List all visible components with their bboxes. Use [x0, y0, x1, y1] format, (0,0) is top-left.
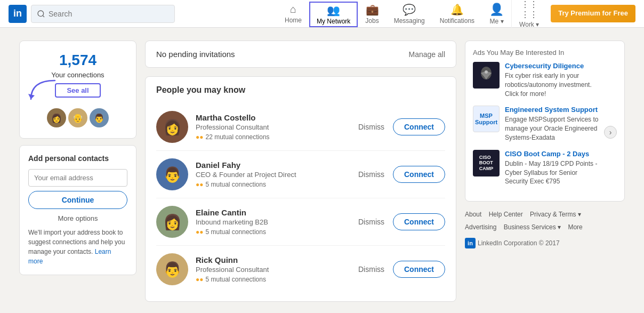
avatar-rick: 👨	[156, 253, 188, 285]
person-name: Elaine Cantin	[196, 208, 358, 217]
premium-button[interactable]: Try Premium for Free	[551, 5, 635, 22]
contacts-card: Add personal contacts Continue More opti…	[19, 145, 136, 275]
ads-card: Ads You May Be Interested In Cybersecu	[465, 41, 625, 202]
avatar-1: 👩	[47, 108, 66, 127]
svg-point-0	[38, 11, 44, 17]
mutual-icon: ●●	[196, 276, 204, 283]
work-icon: ⋮⋮⋮⋮	[521, 0, 538, 20]
privacy-terms-link[interactable]: Privacy & Terms ▾	[530, 211, 581, 218]
invitations-text: No pending invitations	[156, 50, 235, 59]
person-name: Martha Costello	[196, 113, 358, 122]
person-info-elaine: Elaine Cantin Inbound marketing B2B ●● 5…	[196, 208, 358, 236]
nav-home[interactable]: ⌂ Home	[277, 0, 309, 28]
ad-logo-ciso: CISOBOOTCAMP	[473, 150, 500, 176]
nav-network-label: My Network	[317, 18, 350, 25]
invitations-bar: No pending invitations Manage all	[145, 41, 456, 68]
nav-notifications-label: Notifications	[440, 17, 474, 25]
advertising-link[interactable]: Advertising	[465, 223, 496, 231]
nav-me-label: Me ▾	[490, 18, 504, 25]
email-input[interactable]	[28, 169, 127, 187]
nav-me[interactable]: 👤 Me ▾	[482, 0, 511, 28]
footer-logo: in LinkedIn Corporation © 2017	[465, 237, 625, 250]
person-info-daniel: Daniel Fahy CEO & Founder at Project Dir…	[196, 160, 358, 188]
nav-jobs[interactable]: 💼 Jobs	[358, 0, 386, 28]
more-options-link[interactable]: More options	[28, 214, 127, 222]
help-center-link[interactable]: Help Center	[489, 211, 523, 218]
search-input[interactable]	[49, 10, 169, 18]
network-icon: 👥	[327, 4, 340, 17]
contacts-title: Add personal contacts	[28, 154, 127, 163]
mutual-connections: ●● 5 mutual connections	[196, 276, 358, 283]
business-services-link[interactable]: Business Services ▾	[504, 223, 561, 231]
nav-work[interactable]: ⋮⋮⋮⋮ Work ▾	[511, 0, 546, 28]
connect-button[interactable]: Connect	[393, 213, 445, 230]
person-job-title: Professional Consultant	[196, 266, 358, 274]
nav-home-label: Home	[285, 17, 302, 24]
avatar-daniel: 👨	[156, 158, 188, 190]
nav-notifications[interactable]: 🔔 Notifications	[432, 0, 482, 28]
ad-title[interactable]: Engineered System Support	[505, 106, 600, 114]
manage-all-link[interactable]: Manage all	[409, 50, 446, 59]
see-all-button[interactable]: See all	[55, 83, 100, 98]
ad-description: Dublin - May 18/19 CPD Points - Cyber Sy…	[505, 159, 600, 186]
eagle-icon	[477, 66, 496, 85]
dismiss-button[interactable]: Dismiss	[358, 170, 384, 179]
dismiss-button[interactable]: Dismiss	[358, 218, 384, 226]
nav-messaging[interactable]: 💬 Messaging	[387, 0, 432, 28]
person-actions: Dismiss Connect	[358, 166, 445, 183]
person-name: Rick Quinn	[196, 255, 358, 264]
header: in ⌂ Home 👥 My Network 💼 Jobs 💬 Messagin…	[0, 0, 644, 28]
linkedin-logo[interactable]: in	[9, 5, 27, 23]
list-item: MSPSupport Engineered System Support Eng…	[473, 106, 600, 142]
svg-line-1	[43, 15, 44, 17]
person-name: Daniel Fahy	[196, 160, 358, 170]
mutual-icon: ●●	[196, 133, 204, 141]
home-icon: ⌂	[290, 3, 296, 15]
mutual-connections: ●● 5 mutual connections	[196, 228, 358, 236]
arrow-decoration	[28, 78, 58, 105]
connect-button[interactable]: Connect	[393, 166, 445, 183]
connect-button[interactable]: Connect	[393, 118, 445, 135]
center-panel: No pending invitations Manage all People…	[145, 41, 456, 302]
avatar-martha: 👩	[156, 111, 188, 143]
mutual-icon: ●●	[196, 181, 204, 188]
search-bar[interactable]	[31, 5, 175, 23]
ad-title[interactable]: CISO Boot Camp - 2 Days	[505, 150, 600, 158]
ad-description: Fix cyber risk early in your robotics/au…	[505, 71, 600, 98]
table-row: 👨 Daniel Fahy CEO & Founder at Project D…	[156, 151, 445, 198]
dismiss-button[interactable]: Dismiss	[358, 265, 384, 274]
ads-container: Cybersecurity Diligence Fix cyber risk e…	[473, 62, 617, 194]
ad-title[interactable]: Cybersecurity Diligence	[505, 62, 600, 70]
svg-marker-2	[28, 94, 35, 99]
about-link[interactable]: About	[465, 211, 481, 218]
footer-row-2: Advertising Business Services ▾ More	[465, 221, 625, 234]
search-icon	[37, 10, 45, 18]
more-link[interactable]: More	[568, 223, 582, 231]
svg-point-4	[485, 70, 488, 74]
table-row: 👩 Elaine Cantin Inbound marketing B2B ●●…	[156, 198, 445, 246]
continue-button[interactable]: Continue	[28, 191, 127, 209]
ad-content-2: Engineered System Support Engage MSPSupp…	[505, 106, 600, 142]
person-actions: Dismiss Connect	[358, 118, 445, 135]
main-nav: ⌂ Home 👥 My Network 💼 Jobs 💬 Messaging 🔔…	[277, 0, 635, 28]
person-job-title: Inbound marketing B2B	[196, 218, 358, 226]
person-job-title: Professional Consultant	[196, 123, 358, 131]
connections-count: 1,574	[28, 52, 127, 69]
connect-button[interactable]: Connect	[393, 261, 445, 278]
ad-content-3: CISO Boot Camp - 2 Days Dublin - May 18/…	[505, 150, 600, 186]
ad-next-button[interactable]: ›	[604, 126, 617, 139]
footer-linkedin-logo: in	[465, 238, 476, 248]
person-info-rick: Rick Quinn Professional Consultant ●● 5 …	[196, 255, 358, 283]
dismiss-button[interactable]: Dismiss	[358, 123, 384, 131]
person-actions: Dismiss Connect	[358, 213, 445, 230]
nav-work-label: Work ▾	[519, 21, 539, 28]
people-title: People you may know	[156, 85, 445, 95]
footer-links: About Help Center Privacy & Terms ▾ Adve…	[465, 208, 625, 250]
nav-network[interactable]: 👥 My Network	[309, 2, 358, 27]
right-panel: Ads You May Be Interested In Cybersecu	[465, 41, 625, 302]
avatar-elaine: 👩	[156, 206, 188, 238]
table-row: 👨 Rick Quinn Professional Consultant ●● …	[156, 246, 445, 293]
connections-label: Your connections	[28, 71, 127, 79]
ad-content-1: Cybersecurity Diligence Fix cyber risk e…	[505, 62, 600, 98]
ads-title: Ads You May Be Interested In	[473, 49, 617, 57]
